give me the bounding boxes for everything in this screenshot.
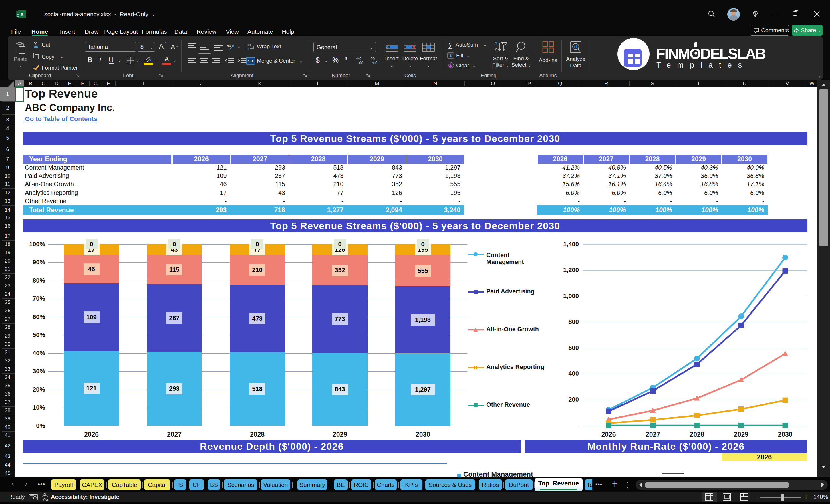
svg-text:ab: ab	[247, 43, 251, 47]
svg-text:Z: Z	[494, 47, 497, 53]
svg-text:.00: .00	[370, 57, 375, 61]
svg-text:0: 0	[359, 57, 361, 61]
svg-text:0: 0	[375, 61, 377, 65]
svg-text:A: A	[494, 41, 498, 46]
svg-text:ab: ab	[226, 43, 231, 48]
svg-text:.00: .00	[358, 61, 363, 65]
svg-text:c: c	[247, 46, 249, 51]
